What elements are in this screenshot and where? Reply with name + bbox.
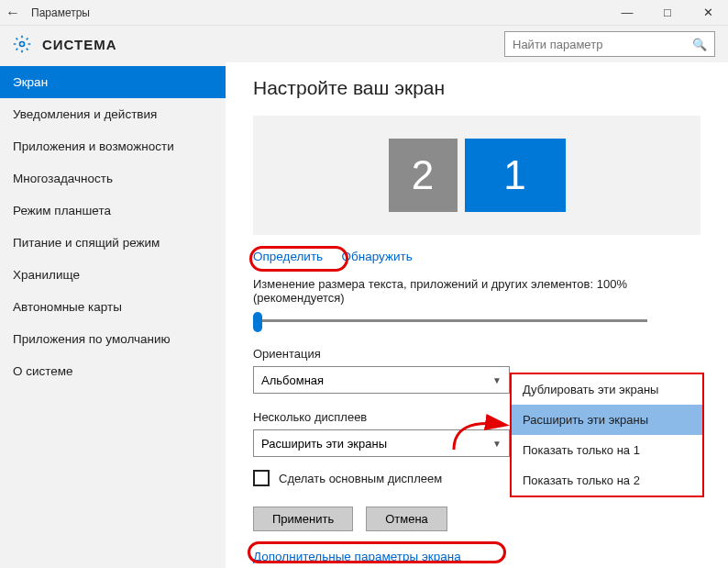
chevron-down-icon: ▼ (492, 375, 502, 385)
maximize-button[interactable]: □ (647, 0, 688, 26)
header-title: СИСТЕМА (42, 37, 117, 52)
primary-display-label: Сделать основным дисплеем (279, 472, 442, 485)
header: СИСТЕМА 🔍 (0, 26, 728, 62)
sidebar: Экран Уведомления и действия Приложения … (0, 62, 226, 568)
sidebar-item-power[interactable]: Питание и спящий режим (0, 227, 226, 259)
orientation-label: Ориентация (253, 347, 700, 361)
sidebar-item-apps[interactable]: Приложения и возможности (0, 130, 226, 162)
search-icon: 🔍 (692, 38, 707, 51)
multi-display-value: Расширить эти экраны (261, 437, 387, 451)
close-button[interactable]: ✕ (688, 0, 728, 26)
titlebar: ← Параметры — □ ✕ (0, 0, 728, 26)
sidebar-item-maps[interactable]: Автономные карты (0, 291, 226, 323)
multi-display-label: Несколько дисплеев (253, 410, 700, 424)
scale-slider[interactable] (253, 310, 647, 332)
action-buttons: Применить Отмена (253, 507, 700, 531)
search-box[interactable]: 🔍 (504, 31, 715, 57)
page-title: Настройте ваш экран (253, 77, 700, 99)
orientation-combo[interactable]: Альбомная ▼ (253, 366, 510, 394)
slider-thumb[interactable] (253, 312, 262, 332)
chevron-down-icon: ▼ (492, 439, 502, 449)
sidebar-item-default-apps[interactable]: Приложения по умолчанию (0, 323, 226, 355)
search-input[interactable] (513, 38, 692, 51)
display-actions: Определить Обнаружить (253, 248, 700, 264)
sidebar-item-notifications[interactable]: Уведомления и действия (0, 98, 226, 130)
content: Настройте ваш экран 2 1 Определить Обнар… (226, 62, 728, 568)
advanced-settings-link[interactable]: Дополнительные параметры экрана (253, 550, 461, 563)
window-title: Параметры (31, 6, 90, 19)
gear-icon (13, 35, 31, 53)
sidebar-item-about[interactable]: О системе (0, 355, 226, 387)
window-controls: — □ ✕ (607, 0, 728, 26)
sidebar-item-multitasking[interactable]: Многозадачность (0, 162, 226, 195)
apply-button[interactable]: Применить (253, 507, 353, 531)
multi-display-combo[interactable]: Расширить эти экраны ▼ (253, 429, 510, 457)
orientation-value: Альбомная (261, 373, 324, 387)
sidebar-item-tablet[interactable]: Режим планшета (0, 195, 226, 227)
slider-track (253, 319, 647, 322)
primary-display-checkbox[interactable] (253, 470, 270, 486)
back-button[interactable]: ← (0, 0, 26, 26)
display-arrangement[interactable]: 2 1 (253, 116, 700, 235)
monitor-1[interactable]: 1 (465, 139, 566, 212)
sidebar-item-storage[interactable]: Хранилище (0, 259, 226, 291)
monitor-2[interactable]: 2 (389, 139, 458, 212)
minimize-button[interactable]: — (607, 0, 647, 26)
primary-display-row[interactable]: Сделать основным дисплеем (253, 470, 700, 486)
cancel-button[interactable]: Отмена (366, 507, 447, 531)
scale-label: Изменение размера текста, приложений и д… (253, 277, 700, 305)
sidebar-item-display[interactable]: Экран (0, 66, 226, 98)
svg-point-0 (20, 42, 25, 47)
detect-link[interactable]: Обнаружить (342, 250, 413, 263)
scale-section: Изменение размера текста, приложений и д… (253, 277, 700, 332)
identify-link[interactable]: Определить (253, 250, 323, 263)
